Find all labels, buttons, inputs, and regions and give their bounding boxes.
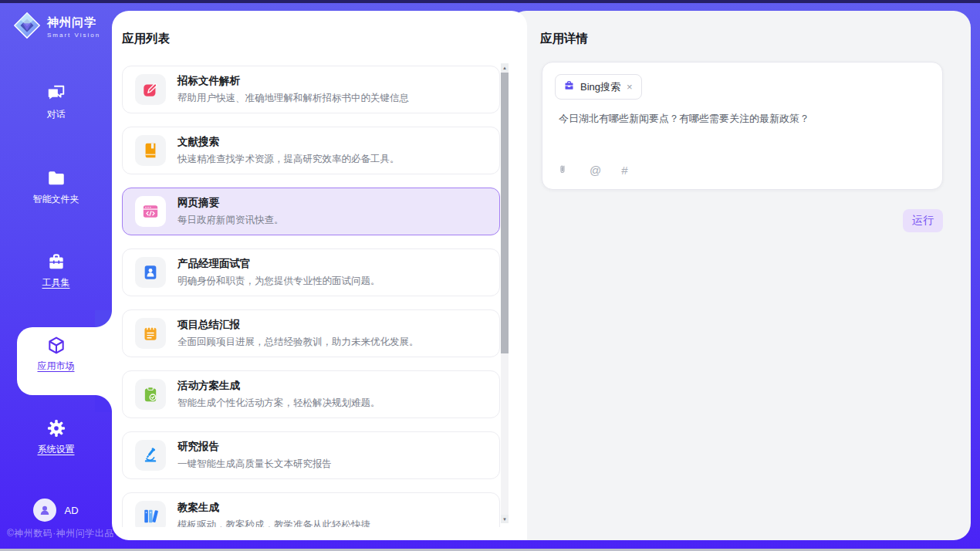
tool-tag-close-icon[interactable]: × bbox=[626, 81, 634, 93]
app-list-panel: 应用列表 招标文件解析帮助用户快速、准确地理解和解析招标书中的关键信息文献搜索快… bbox=[112, 11, 527, 540]
app-list-title: 应用列表 bbox=[122, 31, 170, 47]
app-card-desc: 快速精准查找学术资源，提高研究效率的必备工具。 bbox=[177, 153, 400, 166]
scrollbar-thumb[interactable] bbox=[501, 73, 509, 353]
app-card-title: 项目总结汇报 bbox=[177, 318, 419, 332]
sidebar-item-label: 应用市场 bbox=[38, 360, 75, 373]
user-initials: AD bbox=[64, 505, 78, 516]
prompt-card[interactable]: Bing搜索 × 今日湖北有哪些新闻要点？有哪些需要关注的最新政策？ @ # bbox=[542, 62, 943, 190]
window-top-edge bbox=[0, 0, 980, 3]
book-icon bbox=[135, 135, 166, 166]
avatar bbox=[33, 499, 56, 522]
app-card-desc: 模板驱动，教案秒成，教学准备从此轻松快捷 bbox=[177, 519, 370, 527]
microscope-icon bbox=[135, 440, 166, 471]
app-card[interactable]: 产品经理面试官明确身份和职责，为您提供专业性的面试问题。 bbox=[122, 248, 500, 296]
toolbox-icon bbox=[46, 252, 66, 272]
folder-icon bbox=[46, 168, 66, 188]
chat-icon bbox=[46, 83, 66, 103]
tool-tag[interactable]: Bing搜索 × bbox=[555, 74, 642, 100]
sidebar-item-4[interactable]: 系统设置 bbox=[0, 418, 112, 466]
clipboard-check-icon bbox=[135, 379, 166, 410]
app-card[interactable]: 教案生成模板驱动，教案秒成，教学准备从此轻松快捷 bbox=[122, 492, 500, 527]
app-card[interactable]: 招标文件解析帮助用户快速、准确地理解和解析招标书中的关键信息 bbox=[122, 66, 500, 113]
cube-icon bbox=[46, 335, 66, 355]
report-note-icon bbox=[135, 318, 166, 349]
browser-code-icon bbox=[135, 196, 166, 227]
app-card-title: 网页摘要 bbox=[177, 196, 284, 210]
app-card[interactable]: 项目总结汇报全面回顾项目进展，总结经验教训，助力未来优化发展。 bbox=[122, 309, 500, 357]
gear-icon bbox=[46, 418, 66, 438]
copyright-footer: ©神州数码·神州问学出品 bbox=[7, 527, 114, 540]
tool-tag-label: Bing搜索 bbox=[580, 80, 620, 94]
app-card-title: 招标文件解析 bbox=[177, 74, 409, 88]
app-card-desc: 明确身份和职责，为您提供专业性的面试问题。 bbox=[177, 275, 380, 288]
scroll-up-arrow-icon[interactable]: ▲ bbox=[501, 63, 509, 72]
brand-name: 神州问学 bbox=[47, 15, 100, 30]
sidebar: 神州问学 Smart Vision 对话智能文件夹工具集应用市场系统设置 AD … bbox=[0, 0, 112, 551]
app-card-title: 活动方案生成 bbox=[177, 379, 380, 393]
prompt-text[interactable]: 今日湖北有哪些新闻要点？有哪些需要关注的最新政策？ bbox=[559, 112, 927, 126]
attach-toolbar: @ # bbox=[559, 164, 628, 177]
interview-icon bbox=[135, 257, 166, 288]
app-card[interactable]: 活动方案生成智能生成个性化活动方案，轻松解决规划难题。 bbox=[122, 370, 500, 418]
sidebar-item-label: 对话 bbox=[47, 108, 66, 121]
diamond-logo-icon bbox=[12, 11, 42, 43]
sidebar-item-label: 工具集 bbox=[42, 276, 70, 289]
sidebar-item-label: 系统设置 bbox=[38, 443, 75, 456]
app-card-desc: 全面回顾项目进展，总结经验教训，助力未来优化发展。 bbox=[177, 336, 419, 349]
briefcase-icon bbox=[563, 79, 575, 94]
app-card[interactable]: 文献搜索快速精准查找学术资源，提高研究效率的必备工具。 bbox=[122, 127, 500, 174]
app-detail-title: 应用详情 bbox=[540, 31, 588, 47]
app-card-desc: 一键智能生成高质量长文本研究报告 bbox=[177, 458, 332, 471]
books-icon bbox=[135, 501, 166, 527]
edit-square-icon bbox=[135, 74, 166, 105]
run-button[interactable]: 运行 bbox=[903, 209, 943, 232]
at-icon[interactable]: @ bbox=[590, 164, 601, 176]
app-card[interactable]: 网页摘要每日政府新闻资讯快查。 bbox=[122, 188, 500, 235]
app-card[interactable]: 研究报告一键智能生成高质量长文本研究报告 bbox=[122, 431, 500, 479]
app-detail-panel: 应用详情 Bing搜索 × 今日湖北有哪些新闻要点？有哪些需要关注的最新政策？ bbox=[509, 11, 971, 540]
sidebar-item-1[interactable]: 智能文件夹 bbox=[0, 168, 112, 216]
user-row[interactable]: AD bbox=[0, 499, 112, 522]
app-card-title: 教案生成 bbox=[177, 501, 370, 515]
sidebar-item-0[interactable]: 对话 bbox=[0, 83, 112, 131]
app-card-title: 研究报告 bbox=[177, 440, 332, 454]
sidebar-item-label: 智能文件夹 bbox=[33, 193, 79, 206]
paperclip-icon[interactable] bbox=[559, 164, 569, 177]
app-card-desc: 帮助用户快速、准确地理解和解析招标书中的关键信息 bbox=[177, 92, 409, 105]
app-list: 招标文件解析帮助用户快速、准确地理解和解析招标书中的关键信息文献搜索快速精准查找… bbox=[122, 62, 501, 527]
app-card-title: 文献搜索 bbox=[177, 135, 400, 149]
sidebar-item-3[interactable]: 应用市场 bbox=[0, 335, 112, 383]
app-card-desc: 每日政府新闻资讯快查。 bbox=[177, 214, 284, 227]
scrollbar[interactable]: ▲ ▼ bbox=[501, 63, 509, 523]
sidebar-item-2[interactable]: 工具集 bbox=[0, 252, 112, 299]
hash-icon[interactable]: # bbox=[621, 164, 627, 176]
app-window: 神州问学 Smart Vision 对话智能文件夹工具集应用市场系统设置 AD … bbox=[0, 0, 980, 551]
app-card-title: 产品经理面试官 bbox=[177, 257, 380, 271]
scroll-down-arrow-icon[interactable]: ▼ bbox=[501, 515, 509, 523]
app-card-desc: 智能生成个性化活动方案，轻松解决规划难题。 bbox=[177, 397, 380, 410]
brand: 神州问学 Smart Vision bbox=[12, 11, 100, 43]
brand-subtitle: Smart Vision bbox=[47, 32, 100, 39]
